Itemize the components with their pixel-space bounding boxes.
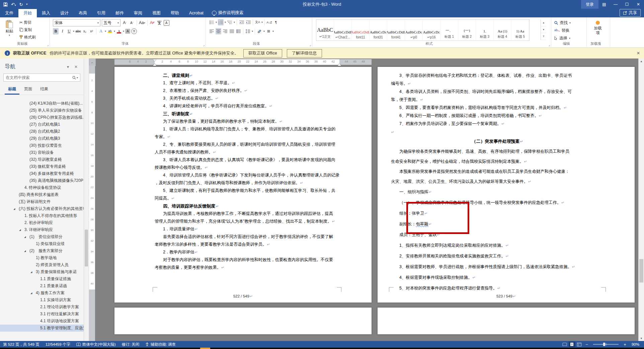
style-标题5[interactable]: 1) Aa标题 5 (511, 20, 529, 40)
nav-heading[interactable]: 4. 特种设备租赁协议 (0, 184, 84, 191)
nav-heading[interactable]: 3.1 行程往返解决方案 (0, 311, 84, 318)
nav-heading-selected[interactable]: 5.1 教学管理制度、应急预案 (0, 325, 84, 332)
ribbon-tab-文件[interactable]: 文件 (0, 9, 18, 17)
style-1正文[interactable]: AaBbC↵1正文 (316, 20, 334, 40)
enclose-characters-icon[interactable]: 字 (131, 28, 137, 34)
zoom-out-icon[interactable]: − (583, 342, 590, 347)
page-523[interactable]: 3、学员留存的资料包括电子文档和纸文档：登记表、体检表、试卷、作业、出勤卡、学员… (378, 67, 635, 303)
paste-button[interactable]: 粘贴▾ (2, 18, 17, 37)
nav-heading[interactable]: ◢3. 详细评审响应 (0, 226, 84, 233)
share-button[interactable]: 共享 (620, 9, 641, 17)
style-Char2[interactable]: AaBbCcDdE↵Char2... (334, 20, 352, 40)
font-dialog-launcher-icon[interactable]: ⌟ (203, 43, 205, 46)
nav-heading[interactable]: ◢3) 质量保障措施与承诺 (0, 268, 84, 275)
nav-heading[interactable]: ◢(六) 投标方认为有必要补充的其他资料 (0, 205, 84, 212)
grow-font-icon[interactable]: Aˆ (122, 20, 128, 26)
align-center-icon[interactable] (216, 28, 221, 34)
style-p0[interactable]: AaBbCcDc↵p0 (405, 20, 423, 40)
nav-heading[interactable]: (34) 多媒体教室专用桌椅 (0, 170, 84, 177)
document-scrollbar-thumb[interactable] (639, 259, 643, 282)
save-icon[interactable] (3, 2, 8, 7)
ribbon-display-options-icon[interactable]: ▤ (598, 0, 610, 9)
asian-layout-icon[interactable]: 文A (255, 19, 260, 25)
nav-heading[interactable]: 1) 教学场地 (0, 254, 84, 261)
nav-heading[interactable]: (26) CPR心肺复苏急救训练模... (0, 114, 84, 121)
web-layout-icon[interactable] (576, 342, 583, 347)
nav-heading[interactable]: 4.1 培训场地设置方案 (0, 318, 84, 325)
nav-tab-标题[interactable]: 标题 (5, 85, 19, 95)
shading-icon[interactable] (257, 28, 262, 34)
text-effects-icon[interactable]: A (98, 28, 104, 34)
get-genuine-office-button[interactable]: 获取正版 Office (243, 49, 282, 57)
style-标题1[interactable]: 一、标题 1 (440, 20, 458, 40)
change-case-icon[interactable]: Aa▾ (139, 20, 145, 26)
collapse-arrow-icon[interactable]: ◢ (24, 233, 26, 240)
ribbon-tab-开始[interactable]: 开始 (18, 9, 37, 17)
ribbon-tab-设计[interactable]: 设计 (55, 9, 74, 17)
undo-icon[interactable]: ↶▾ (11, 2, 16, 7)
nav-heading[interactable]: ◢(1) 资信业绩部分 (0, 233, 84, 240)
accessibility-status[interactable]: 辅助功能: 调查 (142, 342, 179, 347)
nav-heading[interactable]: ◢(2) 服务方案部分 (0, 247, 84, 254)
ribbon-tab-视图[interactable]: 视图 (147, 9, 166, 17)
character-border-icon[interactable]: A (164, 20, 169, 26)
nav-heading[interactable]: (29) 台式机电脑3 (0, 135, 84, 142)
font-name-combo[interactable]: 宋体▾ (53, 19, 100, 26)
numbering-icon[interactable]: 123 (218, 19, 224, 25)
distribute-icon[interactable] (236, 28, 241, 34)
align-right-icon[interactable] (222, 28, 228, 34)
justify-icon[interactable] (229, 28, 235, 34)
collapse-arrow-icon[interactable]: ◢ (30, 268, 32, 275)
select-button[interactable]: 选择▾ (554, 35, 571, 41)
shrink-font-icon[interactable]: Aˇ (129, 20, 135, 26)
nav-heading[interactable]: (33) 微机室专用桌椅 (0, 163, 84, 170)
nav-heading[interactable]: 1.1 实操培训方案 (0, 297, 84, 304)
right-indent-marker[interactable] (338, 62, 341, 66)
page-525-partial[interactable] (378, 308, 635, 334)
font-color-icon[interactable]: A (116, 28, 122, 34)
style-font11[interactable]: AaBbCcDdEfont11 (352, 20, 370, 40)
scroll-down-icon[interactable]: ▼ (639, 336, 644, 341)
word-count[interactable]: 12/54459 个字 (43, 342, 73, 347)
style-font41[interactable]: AaBbCcDdEfont41 (387, 20, 405, 40)
nav-collapse-icon[interactable]: ▾ (64, 65, 72, 69)
tab-selector-box[interactable]: ⌐ (89, 59, 96, 66)
subscript-button[interactable]: x₂ (82, 28, 88, 34)
collapse-arrow-icon[interactable]: ◢ (30, 289, 32, 297)
nav-heading[interactable]: (32) 培训教室桌椅 (0, 156, 84, 163)
maximize-button[interactable]: ☐ (621, 0, 633, 9)
dismiss-warning-icon[interactable]: ✕ (637, 51, 640, 55)
style-p16[interactable]: AaBbCcDc↵p16 (423, 20, 440, 40)
nav-heading[interactable]: (27) 台式机电脑1 (0, 121, 84, 128)
clipboard-dialog-launcher-icon[interactable]: ⌟ (47, 43, 49, 46)
style-标题4[interactable]: Aa (1)标题 4 (494, 20, 511, 40)
nav-heading[interactable]: (四) 商务和技术偏差表 (0, 191, 84, 198)
copy-button[interactable]: 复制 (19, 26, 36, 33)
nav-heading[interactable]: 2. 初步评审响应 (0, 219, 84, 226)
style-标题3[interactable]: 1.标题 3 (476, 20, 494, 40)
superscript-button[interactable]: x² (89, 28, 94, 34)
read-mode-icon[interactable] (561, 342, 568, 347)
redo-icon[interactable]: ↻ (19, 2, 23, 7)
decrease-indent-icon[interactable] (239, 19, 244, 25)
collapse-arrow-icon[interactable]: ◢ (13, 205, 15, 212)
nav-heading[interactable]: 1. 投标人不得存在的其他情形 (0, 212, 84, 219)
gallery-more-icon[interactable]: ⊽ (541, 33, 546, 40)
ribbon-tab-引用[interactable]: 引用 (92, 9, 110, 17)
ribbon-tab-帮助[interactable]: 帮助 (166, 9, 184, 17)
nav-tab-页面[interactable]: 页面 (21, 85, 35, 95)
page-524-partial[interactable] (114, 308, 372, 334)
increase-indent-icon[interactable] (245, 19, 251, 25)
ribbon-tab-插入[interactable]: 插入 (37, 9, 55, 17)
close-button[interactable]: ✕ (633, 0, 644, 9)
nav-heading[interactable]: (31) 音响设备 (0, 149, 84, 156)
font-size-combo[interactable]: 五号▾ (102, 19, 120, 26)
hanging-indent-marker[interactable] (153, 62, 156, 66)
nav-heading[interactable]: (28) 台式机电脑2 (0, 128, 84, 135)
addins-button[interactable]: 加载项 (590, 19, 605, 35)
strikethrough-button[interactable]: abc (75, 28, 81, 34)
search-options-icon[interactable]: ▾ (77, 76, 78, 79)
style-标题2[interactable]: (一)标题 2 (458, 20, 476, 40)
format-painter-button[interactable]: 格式刷 (19, 34, 36, 40)
align-left-icon[interactable] (209, 28, 215, 34)
